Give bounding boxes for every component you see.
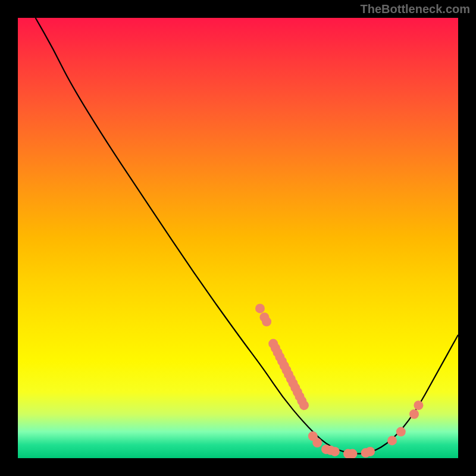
scatter-point — [387, 436, 397, 445]
chart-curve — [36, 18, 458, 454]
scatter-point — [414, 400, 423, 410]
scatter-point — [299, 400, 309, 410]
scatter-point — [409, 409, 419, 419]
scatter-point — [330, 447, 340, 456]
scatter-point — [312, 438, 322, 447]
scatter-point — [347, 449, 357, 458]
scatter-point — [255, 303, 265, 313]
chart-svg — [18, 18, 458, 458]
chart-plot-area — [18, 18, 458, 458]
watermark-text: TheBottleneck.com — [361, 2, 470, 16]
scatter-point — [262, 317, 271, 327]
scatter-point — [396, 427, 406, 437]
scatter-point — [365, 447, 375, 456]
chart-scatter-points — [255, 303, 423, 458]
